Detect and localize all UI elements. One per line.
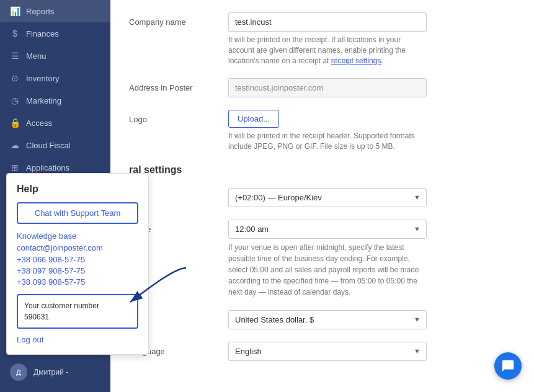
sidebar-item-access[interactable]: 🔒 Access bbox=[0, 112, 110, 134]
company-name-field: It will be printed on the receipt. If al… bbox=[228, 12, 515, 66]
general-settings-title: ral settings bbox=[129, 164, 515, 176]
sidebar-item-reports[interactable]: 📊 Reports bbox=[0, 0, 110, 22]
phone-1: +38 066 908-57-75 bbox=[17, 255, 138, 264]
company-name-label: Company name bbox=[129, 12, 216, 27]
timezone-field: (+02:00) — Europe/Kiev ▼ bbox=[228, 188, 515, 207]
address-input bbox=[228, 78, 427, 97]
address-field bbox=[228, 78, 515, 97]
sidebar-label-cloud-fiscal: Cloud Fiscal bbox=[26, 141, 71, 150]
logo-field: Upload... It will be printed in the rece… bbox=[228, 110, 515, 152]
applications-icon: ⊞ bbox=[10, 163, 20, 172]
address-label: Address in Poster bbox=[129, 78, 216, 92]
language-field: English ▼ bbox=[228, 342, 515, 361]
help-title: Help bbox=[17, 184, 138, 195]
sidebar: 📊 Reports $ Finances ☰ Menu ⊙ Inventory … bbox=[0, 0, 110, 392]
company-name-hint: It will be printed on the receipt. If al… bbox=[228, 35, 427, 66]
company-name-group: Company name It will be printed on the r… bbox=[129, 12, 515, 66]
logo-hint: It will be printed in the receipt header… bbox=[228, 131, 427, 152]
cloud-fiscal-icon: ☁ bbox=[10, 140, 20, 150]
closing-time-group: d time 12:00 am ▼ If your venue is open … bbox=[129, 220, 515, 298]
timezone-select[interactable]: (+02:00) — Europe/Kiev bbox=[228, 188, 427, 207]
language-select[interactable]: English bbox=[228, 342, 427, 361]
language-group: Language English ▼ bbox=[129, 342, 515, 361]
sidebar-label-reports: Reports bbox=[26, 7, 55, 16]
finances-icon: $ bbox=[10, 29, 20, 38]
customer-number-value: 590631 bbox=[24, 311, 131, 323]
avatar: Д bbox=[10, 363, 27, 381]
timezone-select-wrapper: (+02:00) — Europe/Kiev ▼ bbox=[228, 188, 427, 207]
sidebar-label-marketing: Marketing bbox=[26, 96, 61, 105]
inventory-icon: ⊙ bbox=[10, 73, 20, 83]
closing-time-select-wrapper: 12:00 am ▼ bbox=[228, 220, 427, 239]
phone-3: +38 093 908-57-75 bbox=[17, 277, 138, 287]
knowledge-base-link[interactable]: Knowledge base bbox=[17, 231, 138, 241]
email-link[interactable]: contact@joinposter.com bbox=[17, 243, 138, 252]
sidebar-label-inventory: Inventory bbox=[26, 74, 59, 83]
currency-select[interactable]: United States dollar, $ bbox=[228, 310, 427, 329]
reports-icon: 📊 bbox=[10, 6, 20, 16]
sidebar-label-applications: Applications bbox=[26, 163, 69, 172]
sidebar-item-inventory[interactable]: ⊙ Inventory bbox=[0, 67, 110, 89]
sidebar-item-cloud-fiscal[interactable]: ☁ Cloud Fiscal bbox=[0, 134, 110, 156]
menu-icon: ☰ bbox=[10, 51, 20, 61]
language-select-wrapper: English ▼ bbox=[228, 342, 427, 361]
sidebar-label-access: Access bbox=[26, 118, 52, 128]
currency-field: United States dollar, $ ▼ bbox=[228, 310, 515, 329]
sidebar-user[interactable]: Д Дмитрий - bbox=[0, 357, 110, 387]
sidebar-item-menu[interactable]: ☰ Menu bbox=[0, 45, 110, 67]
username-label: Дмитрий - bbox=[33, 368, 68, 376]
receipt-settings-link[interactable]: receipt settings bbox=[331, 56, 381, 65]
customer-number-box: Your customer number 590631 bbox=[17, 294, 138, 329]
currency-group: cy United States dollar, $ ▼ bbox=[129, 310, 515, 329]
logout-link[interactable]: Log out bbox=[17, 335, 138, 344]
access-icon: 🔒 bbox=[10, 118, 20, 128]
chat-support-button[interactable]: Chat with Support Team bbox=[17, 202, 138, 224]
main-content: Company name It will be printed on the r… bbox=[110, 0, 534, 392]
sidebar-label-finances: Finances bbox=[26, 29, 59, 38]
logo-group: Logo Upload... It will be printed in the… bbox=[129, 110, 515, 152]
closing-time-hint: If your venue is open after midnight, sp… bbox=[228, 242, 427, 298]
chat-bubble-icon bbox=[501, 359, 515, 373]
customer-number-label: Your customer number bbox=[24, 300, 131, 311]
chat-bubble-button[interactable] bbox=[494, 352, 522, 380]
address-group: Address in Poster bbox=[129, 78, 515, 97]
closing-time-select[interactable]: 12:00 am bbox=[228, 220, 427, 239]
sidebar-item-marketing[interactable]: ◷ Marketing bbox=[0, 89, 110, 112]
currency-select-wrapper: United States dollar, $ ▼ bbox=[228, 310, 427, 329]
logo-label: Logo bbox=[129, 110, 216, 124]
marketing-icon: ◷ bbox=[10, 96, 20, 105]
sidebar-bottom: Д Дмитрий - bbox=[0, 352, 110, 392]
help-popup: Help Chat with Support Team Knowledge ba… bbox=[6, 173, 149, 355]
upload-button[interactable]: Upload... bbox=[228, 110, 279, 128]
timezone-group: ne (+02:00) — Europe/Kiev ▼ bbox=[129, 188, 515, 207]
sidebar-item-finances[interactable]: $ Finances bbox=[0, 22, 110, 45]
phone-2: +38 097 908-57-75 bbox=[17, 266, 138, 275]
sidebar-label-menu: Menu bbox=[26, 51, 47, 61]
closing-time-field: 12:00 am ▼ If your venue is open after m… bbox=[228, 220, 515, 298]
company-name-input[interactable] bbox=[228, 12, 427, 32]
